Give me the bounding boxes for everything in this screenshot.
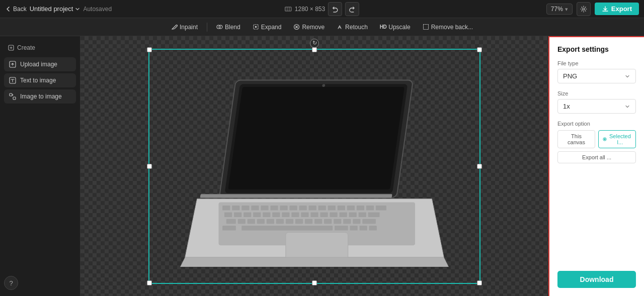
export-all-label: Export all ...: [582, 154, 611, 160]
svg-rect-58: [286, 219, 293, 224]
svg-rect-66: [362, 219, 376, 224]
upload-image-label: Upload image: [20, 61, 57, 68]
rotate-handle[interactable]: ↻: [310, 39, 319, 48]
help-button[interactable]: ?: [4, 276, 18, 290]
canvas-area[interactable]: ↻: [80, 36, 548, 296]
size-chevron-icon: [624, 104, 630, 110]
export-icon: [602, 6, 609, 13]
toolbar: Inpaint Blend Expand Remove Retouch HD U…: [0, 18, 644, 36]
handle-top-right[interactable]: [477, 47, 482, 52]
file-type-select[interactable]: PNG: [557, 69, 636, 83]
svg-rect-48: [340, 212, 347, 217]
expand-label: Expand: [261, 24, 282, 31]
svg-rect-42: [282, 212, 289, 217]
upscale-hd-icon: HD: [380, 24, 386, 30]
removebg-tool[interactable]: Remove back...: [418, 22, 478, 33]
svg-rect-51: [368, 212, 380, 217]
file-type-field: File type PNG: [557, 60, 636, 83]
upscale-tool[interactable]: HD Upscale: [375, 22, 416, 33]
redo-button[interactable]: [345, 2, 359, 16]
text-to-image-button[interactable]: Text to image: [4, 73, 76, 87]
blend-label: Blend: [225, 24, 240, 31]
download-button[interactable]: Download: [557, 271, 636, 288]
svg-point-76: [604, 138, 605, 140]
handle-middle-right[interactable]: [477, 164, 482, 169]
resize-icon: [285, 6, 292, 13]
project-name-button[interactable]: Untitled project: [30, 5, 80, 13]
back-icon: [5, 6, 11, 12]
handle-bottom-middle[interactable]: [312, 280, 317, 285]
topbar-right: 77% Export: [546, 2, 639, 16]
handle-middle-left[interactable]: [147, 164, 152, 169]
svg-rect-47: [330, 212, 337, 217]
svg-rect-26: [289, 206, 297, 211]
back-label: Back: [13, 6, 27, 13]
svg-rect-31: [338, 206, 345, 211]
expand-tool[interactable]: Expand: [248, 22, 287, 33]
main-area: Create Upload image Text to image Image …: [0, 36, 644, 296]
export-option-row: This canvas Selected l...: [557, 130, 636, 148]
svg-rect-37: [234, 212, 242, 217]
upload-image-button[interactable]: Upload image: [4, 57, 76, 71]
svg-rect-72: [369, 226, 377, 231]
export-option-field: Export option This canvas Selected l... …: [557, 121, 636, 163]
svg-rect-38: [244, 212, 251, 217]
handle-top-left[interactable]: [147, 47, 152, 52]
svg-rect-16: [200, 194, 392, 198]
svg-rect-54: [248, 219, 255, 224]
svg-rect-55: [257, 219, 265, 224]
handle-bottom-right[interactable]: [477, 280, 482, 285]
svg-rect-32: [347, 206, 355, 211]
svg-rect-40: [263, 212, 270, 217]
expand-icon: [253, 24, 259, 30]
chevron-down-icon: [75, 7, 80, 12]
svg-rect-25: [280, 206, 287, 211]
svg-rect-57: [276, 219, 284, 224]
svg-rect-21: [242, 206, 249, 211]
svg-rect-23: [261, 206, 268, 211]
upscale-label: Upscale: [388, 24, 410, 31]
selected-radio-icon: [603, 137, 607, 142]
topbar-left: Back Untitled project Autosaved: [5, 5, 112, 13]
svg-rect-0: [285, 7, 291, 11]
selected-layers-option[interactable]: Selected l...: [598, 130, 636, 148]
file-type-value: PNG: [563, 72, 577, 80]
svg-rect-49: [349, 212, 357, 217]
svg-rect-62: [324, 219, 332, 224]
retouch-tool[interactable]: Retouch: [332, 22, 373, 33]
export-button[interactable]: Export: [595, 3, 639, 15]
size-select[interactable]: 1x: [557, 99, 636, 114]
upload-icon: [9, 61, 16, 68]
svg-rect-34: [366, 206, 374, 211]
svg-rect-67: [222, 226, 236, 231]
remove-tool[interactable]: Remove: [288, 22, 330, 33]
svg-rect-44: [301, 212, 308, 217]
svg-rect-39: [253, 212, 261, 217]
handle-top-middle[interactable]: [312, 47, 317, 52]
svg-rect-71: [360, 226, 367, 231]
inpaint-tool[interactable]: Inpaint: [166, 22, 203, 33]
svg-rect-43: [291, 212, 299, 217]
undo-button[interactable]: [328, 2, 342, 16]
blend-tool[interactable]: Blend: [211, 22, 246, 33]
topbar-center: 1280 × 853: [285, 2, 359, 16]
this-canvas-option[interactable]: This canvas: [557, 130, 595, 148]
svg-rect-63: [334, 219, 341, 224]
svg-rect-53: [238, 219, 246, 224]
export-all-option[interactable]: Export all ...: [557, 151, 636, 163]
settings-button[interactable]: [577, 2, 591, 16]
svg-rect-70: [350, 226, 357, 231]
size-label: Size: [557, 90, 636, 96]
image-to-image-button[interactable]: Image to image: [4, 89, 76, 104]
text-icon: [9, 77, 16, 84]
svg-rect-41: [272, 212, 280, 217]
inpaint-label: Inpaint: [180, 24, 198, 31]
handle-bottom-left[interactable]: [147, 280, 152, 285]
svg-rect-19: [222, 206, 230, 211]
sidebar-footer: ?: [4, 276, 76, 290]
image-to-image-icon: [9, 93, 16, 100]
export-panel: Export settings File type PNG Size 1x Ex…: [548, 36, 644, 296]
file-type-label: File type: [557, 60, 636, 66]
zoom-control[interactable]: 77%: [546, 4, 573, 15]
back-button[interactable]: Back: [5, 6, 27, 13]
